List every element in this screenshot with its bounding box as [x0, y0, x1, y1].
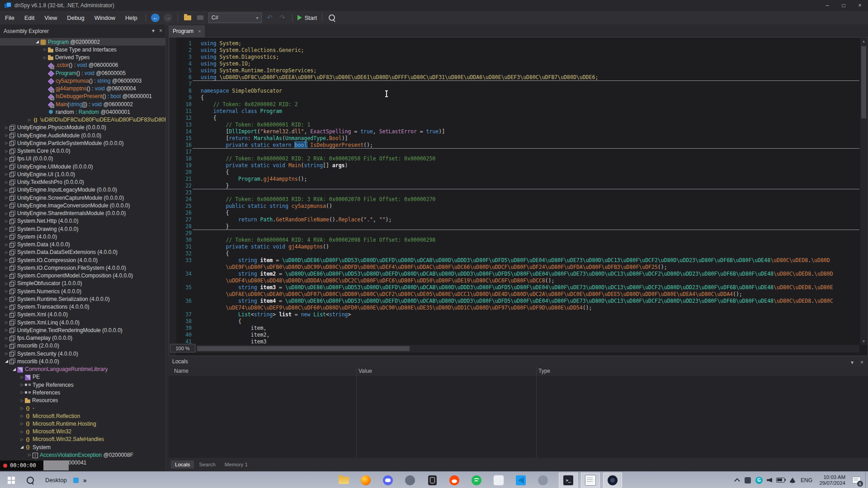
expander-expanded-icon[interactable]: ◢	[11, 366, 17, 372]
expander-collapsed-icon[interactable]: ▷	[4, 327, 9, 333]
menu-view[interactable]: View	[39, 14, 62, 21]
tree-item[interactable]: ▷UnityEngine.AudioModule (0.0.0.0)	[0, 131, 165, 139]
tree-item[interactable]: Program() : void @06000005	[0, 69, 165, 77]
expander-collapsed-icon[interactable]: ▷	[4, 171, 9, 177]
tree-item[interactable]: ▷{}\uD80D\uDF8C\uD80F\uDEEA\uD80F\uDF83\…	[0, 116, 165, 124]
code-editor[interactable]: 1using System;2using System.Collections.…	[169, 37, 868, 356]
tree-item[interactable]: ▷UnityEngine.PhysicsModule (0.0.0.0)	[0, 124, 165, 131]
expander-collapsed-icon[interactable]: ▷	[4, 281, 9, 286]
taskbar-app-firefox[interactable]	[359, 474, 372, 487]
editor-zoom-level[interactable]: 100 %	[170, 344, 195, 352]
expander-collapsed-icon[interactable]: ▷	[19, 436, 25, 442]
undo-button[interactable]: ↶	[264, 12, 275, 23]
expander-collapsed-icon[interactable]: ▷	[19, 398, 25, 404]
tree-item[interactable]: ◢mscorlib (4.0.0.0)	[0, 357, 165, 365]
start-button[interactable]	[4, 472, 19, 488]
locals-column-type[interactable]: Type	[538, 368, 550, 374]
tree-item[interactable]: ▷mscorlib (2.0.0.0)	[0, 342, 165, 350]
tree-item[interactable]: ▷{}Microsoft.Runtime.Hosting	[0, 420, 165, 427]
tree-item[interactable]: ▷System.Security (4.0.0.0)	[0, 350, 165, 357]
desktop-toolbar[interactable]: Desktop »	[45, 472, 87, 488]
tree-item[interactable]: ▷System.Runtime.Serialization (4.0.0.0)	[0, 295, 165, 303]
redo-button[interactable]: ↷	[277, 12, 288, 23]
expander-collapsed-icon[interactable]: ▷	[19, 429, 25, 435]
expander-collapsed-icon[interactable]: ▷	[4, 156, 9, 162]
expander-collapsed-icon[interactable]: ▷	[4, 125, 9, 131]
taskbar-app-file-explorer[interactable]	[337, 474, 350, 487]
tree-item[interactable]: ◢Program @02000002	[0, 38, 165, 46]
taskbar-search-button[interactable]	[24, 472, 37, 488]
tree-item[interactable]: ▷SimpleObfuscator (1.0.0.0)	[0, 280, 165, 287]
tab-close-icon[interactable]: ×	[198, 28, 201, 34]
scroll-down-icon[interactable]: ▼	[860, 338, 867, 345]
expander-collapsed-icon[interactable]: ▷	[27, 452, 33, 458]
tree-item[interactable]: ▷!AccessViolationException @0200008F	[0, 451, 165, 459]
tree-item[interactable]: random : Random @04000001	[0, 108, 165, 116]
tray-language[interactable]: ENG	[799, 472, 814, 488]
tool-tab-search[interactable]: Search	[195, 460, 219, 469]
expander-expanded-icon[interactable]: ◢	[4, 358, 9, 364]
vertical-scrollbar-thumb[interactable]	[861, 46, 866, 118]
expander-collapsed-icon[interactable]: ▷	[4, 265, 9, 271]
tree-item[interactable]: ▷System.IO.Compression.FileSystem (4.0.0…	[0, 264, 165, 272]
expander-collapsed-icon[interactable]: ▷	[4, 335, 9, 341]
expander-collapsed-icon[interactable]: ▷	[27, 117, 33, 123]
open-file-button[interactable]	[182, 12, 193, 23]
expander-collapsed-icon[interactable]: ▷	[4, 179, 9, 185]
tree-item[interactable]: ▷fps.Gameplay (0.0.0.0)	[0, 334, 165, 342]
expander-collapsed-icon[interactable]: ▷	[42, 55, 48, 61]
tree-item[interactable]: ▷UnityEngine.ParticleSystemModule (0.0.0…	[0, 139, 165, 147]
tree-item[interactable]: ▷Type References	[0, 381, 165, 389]
expander-collapsed-icon[interactable]: ▷	[42, 47, 48, 52]
tree-item[interactable]: IsDebuggerPresent() : bool @06000001	[0, 93, 165, 100]
expander-collapsed-icon[interactable]: ▷	[4, 211, 9, 216]
tray-g-app[interactable]: G	[754, 472, 764, 488]
expander-collapsed-icon[interactable]: ▷	[4, 273, 9, 279]
tree-item[interactable]: ▷UnityEngine.InputLegacyModule (0.0.0.0)	[0, 186, 165, 194]
menu-edit[interactable]: Edit	[19, 14, 39, 21]
tree-item[interactable]: ▷Base Type and Interfaces	[0, 46, 165, 53]
tray-volume[interactable]	[765, 472, 774, 488]
expander-collapsed-icon[interactable]: ▷	[4, 218, 9, 224]
tree-item[interactable]: ▷System.Data.DataSetExtensions (4.0.0.0)	[0, 249, 165, 256]
taskbar-app-spotify[interactable]	[470, 474, 483, 487]
expander-collapsed-icon[interactable]: ▷	[4, 296, 9, 302]
tree-item[interactable]: gj44ampptns() : void @06000004	[0, 85, 165, 93]
expander-collapsed-icon[interactable]: ▷	[4, 351, 9, 357]
taskbar-app-app-gray[interactable]	[404, 474, 416, 487]
tool-tab-locals[interactable]: Locals	[171, 460, 194, 469]
tree-item[interactable]: .cctor() : void @06000006	[0, 61, 165, 69]
tree-item[interactable]: ▷System.IO.Compression (4.0.0.0)	[0, 256, 165, 264]
locals-column-value[interactable]: Value	[359, 368, 372, 374]
taskbar-app-reddit[interactable]	[448, 474, 461, 487]
tree-item[interactable]: ▷References	[0, 389, 165, 396]
tray-battery[interactable]	[775, 472, 786, 488]
tree-item[interactable]: ▷fps.UI (0.0.0.0)	[0, 155, 165, 163]
tree-item[interactable]: ▷UnityEngine.UIModule (0.0.0.0)	[0, 163, 165, 170]
menu-window[interactable]: Window	[90, 14, 120, 21]
tree-item[interactable]: ◢{}System	[0, 443, 165, 451]
tray-show-hidden-icons[interactable]	[732, 472, 741, 488]
document-tab-program[interactable]: Program ×	[169, 25, 205, 37]
tree-item[interactable]: ▷Derived Types	[0, 54, 165, 61]
tree-item[interactable]: ▷{}Microsoft.Win32.SafeHandles	[0, 436, 165, 443]
language-selector[interactable]: C# ▾	[208, 13, 262, 23]
tray-app-icon[interactable]	[743, 472, 752, 488]
expander-collapsed-icon[interactable]: ▷	[4, 343, 9, 349]
taskbar-app-app-gray-2[interactable]	[537, 474, 549, 487]
tree-item[interactable]: ▷Resources	[0, 397, 165, 404]
expander-collapsed-icon[interactable]: ▷	[4, 132, 9, 138]
expander-collapsed-icon[interactable]: ▷	[4, 148, 9, 154]
panel-menu-icon[interactable]: ▾	[851, 359, 854, 366]
expander-collapsed-icon[interactable]: ▷	[4, 226, 9, 232]
expander-collapsed-icon[interactable]: ▷	[4, 140, 9, 146]
expander-collapsed-icon[interactable]: ▷	[4, 257, 9, 263]
expander-collapsed-icon[interactable]: ▷	[19, 413, 25, 419]
show-desktop-button[interactable]	[865, 472, 868, 488]
maximize-button[interactable]: □	[835, 0, 852, 11]
tree-item[interactable]: ▷{}-	[0, 404, 165, 412]
vertical-scrollbar[interactable]: ▲ ▼	[860, 38, 867, 345]
tree-item[interactable]: ▷System.Core (4.0.0.0)	[0, 147, 165, 155]
locals-column-name[interactable]: Name	[174, 368, 189, 374]
menu-file[interactable]: File	[0, 14, 19, 21]
